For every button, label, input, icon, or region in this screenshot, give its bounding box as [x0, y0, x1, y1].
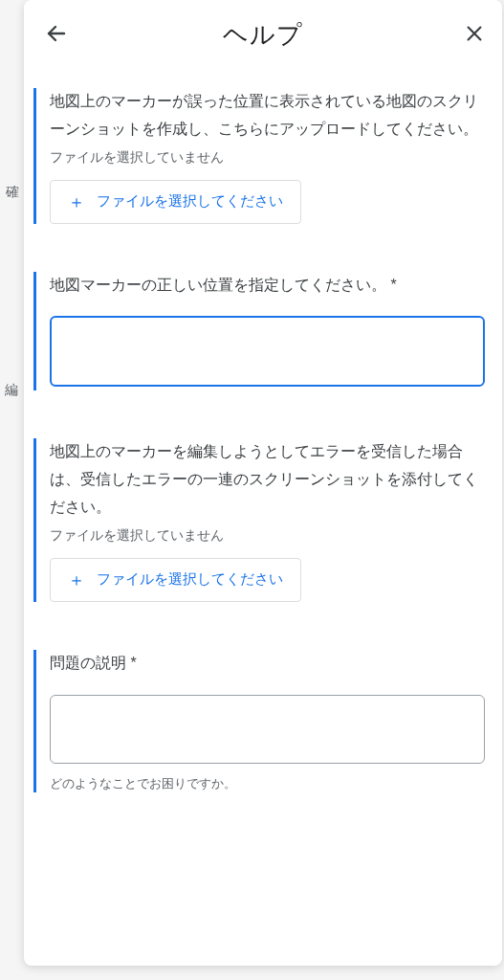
no-file-label: ファイルを選択していません — [50, 149, 485, 167]
no-file-label: ファイルを選択していません — [50, 527, 485, 545]
choose-file-label: ファイルを選択してください — [97, 570, 283, 589]
issue-description-section: 問題の説明 * どのようなことでお困りですか。 — [33, 650, 485, 792]
modal-header: ヘルプ — [24, 0, 502, 69]
modal-body: 地図上のマーカーが誤った位置に表示されている地図のスクリーンショットを作成し、こ… — [24, 69, 502, 966]
arrow-left-icon — [45, 22, 68, 48]
correct-location-section: 地図マーカーの正しい位置を指定してください。 * — [33, 272, 485, 391]
error-screenshot-section: 地図上のマーカーを編集しようとしてエラーを受信した場合は、受信したエラーの一連の… — [33, 438, 485, 601]
choose-file-button[interactable]: ＋ ファイルを選択してください — [50, 180, 301, 224]
section-prompt: 地図上のマーカーを編集しようとしてエラーを受信した場合は、受信したエラーの一連の… — [50, 438, 485, 521]
section-prompt: 地図マーカーの正しい位置を指定してください。 * — [50, 272, 485, 300]
choose-file-label: ファイルを選択してください — [97, 192, 283, 211]
upload-screenshot-section: 地図上のマーカーが誤った位置に表示されている地図のスクリーンショットを作成し、こ… — [33, 88, 485, 224]
choose-file-button[interactable]: ＋ ファイルを選択してください — [50, 558, 301, 602]
back-button[interactable] — [39, 16, 74, 54]
background-text: 確 — [6, 184, 19, 201]
helper-text: どのようなことでお困りですか。 — [50, 775, 485, 792]
modal-title: ヘルプ — [223, 18, 303, 52]
issue-description-input[interactable] — [50, 695, 485, 764]
plus-icon: ＋ — [68, 190, 85, 213]
section-prompt: 問題の説明 * — [50, 650, 485, 678]
help-modal: ヘルプ 地図上のマーカーが誤った位置に表示されている地図のスクリーンショットを作… — [24, 0, 502, 966]
plus-icon: ＋ — [68, 568, 85, 591]
close-button[interactable] — [458, 17, 491, 53]
background-text: 編 — [5, 382, 18, 399]
correct-location-input[interactable] — [50, 316, 485, 387]
section-prompt: 地図上のマーカーが誤った位置に表示されている地図のスクリーンショットを作成し、こ… — [50, 88, 485, 144]
close-icon — [464, 23, 485, 47]
